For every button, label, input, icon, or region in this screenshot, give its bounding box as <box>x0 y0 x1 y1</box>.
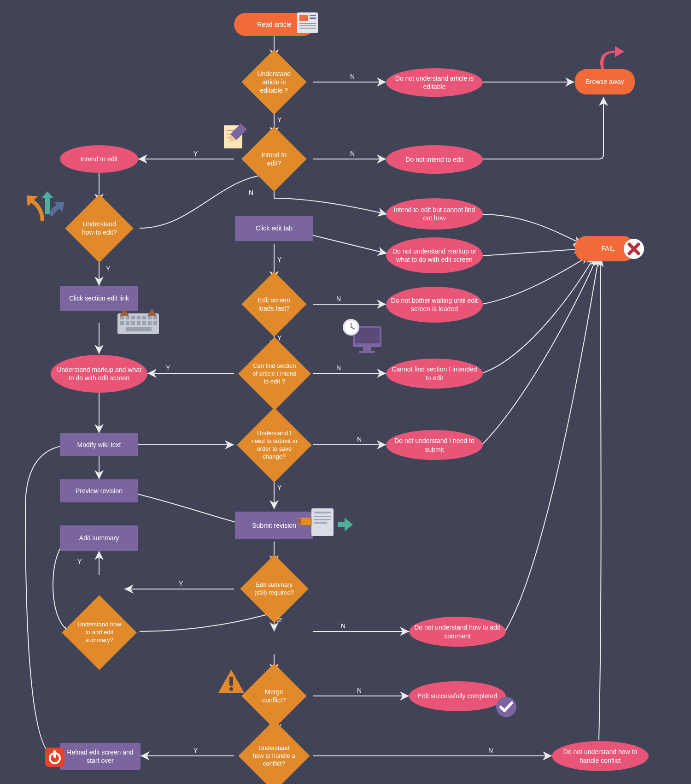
svg-rect-22 <box>131 321 135 325</box>
svg-rect-21 <box>126 321 129 325</box>
node-not-bother-wait: Do not bother waiting until edit screen … <box>386 287 483 323</box>
node-not-understand-markup: Do not understand markup or what to do w… <box>386 237 483 273</box>
svg-rect-14 <box>126 316 129 319</box>
svg-rect-2 <box>310 15 316 16</box>
svg-rect-36 <box>314 516 331 517</box>
node-not-understand-submit: Do not understand I need to submit <box>386 430 483 460</box>
svg-rect-4 <box>299 23 316 24</box>
svg-rect-27 <box>126 327 152 331</box>
svg-rect-6 <box>299 28 316 29</box>
node-understand-markup: Understand markup and what to do with ed… <box>51 355 147 393</box>
svg-rect-31 <box>359 351 375 353</box>
svg-rect-16 <box>137 316 141 319</box>
node-modify-wiki: Modify wiki text <box>60 433 138 456</box>
svg-rect-37 <box>314 519 331 520</box>
svg-rect-38 <box>314 522 327 524</box>
node-preview-revision: Preview revision <box>60 479 138 502</box>
node-click-edit-tab: Click edit tab <box>235 216 313 241</box>
svg-rect-18 <box>148 316 152 319</box>
svg-rect-35 <box>314 512 331 513</box>
svg-rect-25 <box>148 321 152 325</box>
svg-rect-13 <box>120 316 124 319</box>
node-not-understand-editable: Do not understand article is editable <box>386 68 483 97</box>
svg-rect-45 <box>53 750 56 758</box>
svg-rect-19 <box>153 316 157 319</box>
node-browse-away: Browse away <box>575 69 635 94</box>
svg-rect-20 <box>120 321 124 325</box>
node-edit-completed: Edit successfully completed <box>409 681 506 711</box>
node-not-intend-edit: Do not intend to edit <box>386 145 483 174</box>
svg-rect-3 <box>310 18 316 19</box>
svg-rect-1 <box>299 15 308 21</box>
svg-rect-15 <box>131 316 135 319</box>
label-n: N <box>350 73 355 80</box>
node-cannot-find-section: Cannot find section I intended to edit <box>386 359 483 389</box>
svg-rect-24 <box>142 321 146 325</box>
svg-rect-17 <box>142 316 146 319</box>
svg-rect-30 <box>363 347 371 351</box>
svg-rect-26 <box>153 321 157 325</box>
node-intend-edit: Intend to edit <box>60 145 138 173</box>
svg-rect-5 <box>299 25 316 26</box>
svg-rect-40 <box>229 677 233 686</box>
node-not-understand-comment: Do not understand how to add comment <box>409 617 506 647</box>
svg-rect-23 <box>137 321 141 325</box>
node-intend-cannot: Intend to edit but cannot find out how <box>386 198 483 230</box>
node-add-summary: Add summary <box>60 525 138 551</box>
svg-point-41 <box>229 687 233 691</box>
